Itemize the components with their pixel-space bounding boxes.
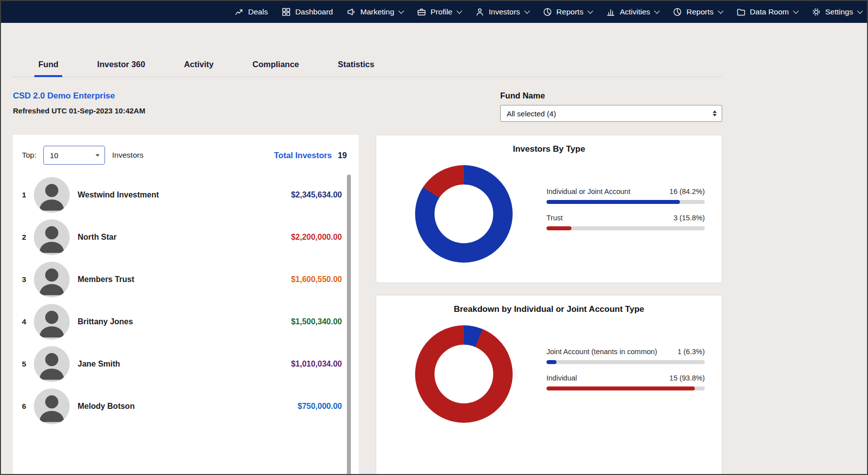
top-investors-card: Top: 10 Investors Total Investors 19	[13, 135, 359, 475]
tab-bar: Fund Investor 360 Activity Compliance St…	[13, 55, 722, 77]
tab-label: Statistics	[338, 60, 374, 69]
tab-statistics[interactable]: Statistics	[334, 55, 378, 77]
investor-rank: 1	[22, 190, 34, 199]
investor-name: Jane Smith	[78, 360, 291, 369]
investor-name: Brittany Jones	[78, 317, 291, 326]
chart-legend: Individual or Joint Account 16 (84.2%) T…	[546, 188, 705, 240]
legend-bar	[546, 226, 705, 230]
investor-amount: $2,345,634.00	[291, 190, 342, 199]
donut-chart	[415, 165, 513, 263]
investor-rank: 4	[22, 317, 34, 326]
investor-row[interactable]: 4 Brittany Jones $1,500,340.00	[22, 300, 359, 343]
nav-item-reports[interactable]: Reports	[542, 7, 592, 17]
main-row: Top: 10 Investors Total Investors 19	[13, 135, 722, 475]
investor-amount: $750,000.00	[298, 402, 342, 411]
legend-bar	[546, 200, 705, 204]
tab-activity[interactable]: Activity	[180, 55, 218, 77]
legend-bar-fill	[546, 226, 571, 230]
line-chart-icon	[234, 7, 244, 17]
person-icon	[475, 7, 485, 17]
nav-item-settings[interactable]: Settings	[811, 7, 862, 17]
legend-bar	[546, 360, 705, 364]
toolbox-icon	[417, 7, 427, 17]
nav-item-dashboard[interactable]: Dashboard	[281, 7, 333, 17]
nav-item-activities[interactable]: Activities	[606, 7, 659, 17]
folder-icon	[736, 7, 746, 17]
investor-name: Westwind Investment	[78, 190, 291, 199]
fund-name-filter: Fund Name All selected (4)	[500, 91, 722, 122]
nav-item-profile[interactable]: Profile	[417, 7, 461, 17]
legend-entry: Trust 3 (15.8%)	[546, 214, 705, 230]
nav-item-marketing[interactable]: Marketing	[346, 7, 403, 17]
investor-name: North Star	[78, 233, 291, 242]
fund-name-select-input[interactable]: All selected (4)	[501, 105, 722, 121]
bar-chart-icon	[606, 7, 616, 17]
chevron-down-icon	[456, 8, 462, 13]
tab-label: Activity	[184, 60, 214, 69]
legend-value: 16 (84.2%)	[669, 188, 705, 195]
pie-chart-icon	[542, 7, 552, 17]
megaphone-icon	[346, 7, 356, 17]
donut-chart	[415, 325, 513, 423]
nav-item-label: Reports	[686, 7, 713, 16]
investor-name: Melody Botson	[78, 402, 298, 411]
top-navigation: Deals Dashboard Marketing Profile Invest…	[1, 1, 867, 23]
gear-icon	[811, 7, 821, 17]
page-content: Fund Investor 360 Activity Compliance St…	[1, 55, 722, 475]
top-investors-header: Top: 10 Investors Total Investors 19	[13, 135, 359, 172]
fund-title-link[interactable]: CSD 2.0 Demo Enterprise	[13, 91, 145, 101]
investor-rank: 2	[22, 233, 34, 242]
chart-legend: Joint Account (tenants in common) 1 (6.3…	[546, 348, 705, 400]
tab-investor-360[interactable]: Investor 360	[93, 55, 149, 77]
investor-name: Members Trust	[78, 275, 291, 284]
investor-row[interactable]: 1 Westwind Investment $2,345,634.00	[22, 174, 359, 216]
investor-rank: 5	[22, 360, 34, 369]
legend-bar-fill	[546, 386, 695, 390]
investor-row[interactable]: 2 North Star $2,200,000.00	[22, 216, 359, 258]
charts-column: Investors By Type Individual or Joint Ac…	[376, 135, 722, 475]
chart-title: Investors By Type	[386, 144, 712, 154]
nav-item-label: Reports	[556, 7, 583, 16]
chevron-down-icon	[857, 8, 863, 13]
legend-label: Trust	[546, 214, 563, 222]
dashboard-icon	[281, 7, 291, 17]
top-count-select[interactable]: 10	[43, 146, 105, 165]
legend-value: 3 (15.8%)	[673, 214, 705, 222]
avatar	[34, 388, 70, 424]
tab-label: Investor 360	[97, 60, 145, 69]
nav-item-data-room[interactable]: Data Room	[736, 7, 798, 17]
legend-entry: Individual or Joint Account 16 (84.2%)	[546, 188, 705, 204]
legend-bar-fill	[546, 200, 680, 204]
avatar	[34, 304, 70, 340]
avatar	[34, 219, 70, 255]
nav-item-reports[interactable]: Reports	[672, 7, 722, 17]
investor-rank: 6	[22, 402, 34, 411]
nav-item-label: Investors	[489, 7, 520, 16]
select-caret-icon	[96, 154, 100, 157]
chart-card: Investors By Type Individual or Joint Ac…	[376, 135, 722, 283]
investor-row[interactable]: 5 Jane Smith $1,010,034.00	[22, 343, 359, 385]
tab-label: Fund	[38, 60, 58, 69]
chart-title: Breakdown by Individual or Joint Account…	[386, 304, 712, 314]
investor-amount: $2,200,000.00	[291, 233, 342, 242]
chart-body: Joint Account (tenants in common) 1 (6.3…	[386, 325, 712, 423]
nav-item-label: Marketing	[360, 7, 394, 16]
chevron-down-icon	[524, 8, 530, 13]
tab-compliance[interactable]: Compliance	[248, 55, 303, 77]
nav-item-investors[interactable]: Investors	[475, 7, 529, 17]
nav-item-label: Profile	[431, 7, 452, 16]
tab-fund[interactable]: Fund	[34, 55, 62, 77]
investor-amount: $1,500,340.00	[291, 317, 342, 326]
chart-body: Individual or Joint Account 16 (84.2%) T…	[386, 165, 712, 263]
app-window: Deals Dashboard Marketing Profile Invest…	[0, 0, 868, 475]
fund-name-select[interactable]: All selected (4)	[500, 105, 722, 122]
nav-item-label: Data Room	[750, 7, 789, 16]
investor-row[interactable]: 6 Melody Botson $750,000.00	[22, 385, 359, 427]
nav-item-deals[interactable]: Deals	[234, 7, 268, 17]
scrollbar[interactable]	[347, 175, 351, 475]
investor-row[interactable]: 3 Members Trust $1,600,550.00	[22, 258, 359, 300]
total-investors-label[interactable]: Total Investors	[274, 151, 332, 160]
legend-label: Individual	[546, 374, 577, 382]
investor-rank: 3	[22, 275, 34, 284]
legend-value: 1 (6.3%)	[677, 348, 705, 356]
